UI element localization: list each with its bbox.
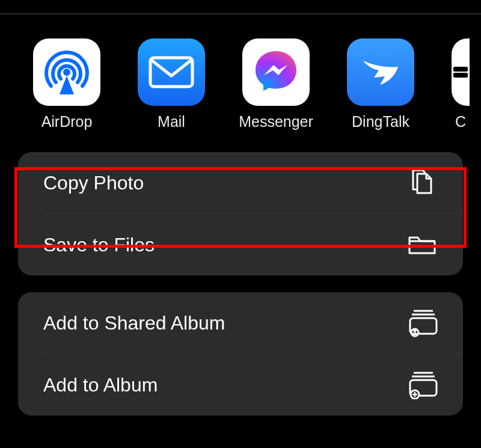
actions-group-1: Copy Photo Save to Files xyxy=(18,152,463,275)
capcut-icon xyxy=(452,54,470,90)
action-label: Copy Photo xyxy=(43,172,144,194)
dingtalk-tile xyxy=(347,38,414,106)
airdrop-icon xyxy=(41,46,93,98)
action-label: Add to Shared Album xyxy=(43,312,225,334)
svg-point-6 xyxy=(414,330,417,333)
share-app-label: C xyxy=(455,113,466,130)
airdrop-tile xyxy=(33,38,100,106)
action-save-to-files[interactable]: Save to Files xyxy=(18,214,463,275)
actions-group-2: Add to Shared Album Add to Album xyxy=(18,292,463,416)
shared-album-icon xyxy=(406,307,438,339)
share-app-mail[interactable]: Mail xyxy=(138,38,205,130)
mail-tile xyxy=(138,38,205,106)
mail-icon xyxy=(148,55,195,89)
svg-rect-2 xyxy=(453,67,468,72)
share-app-airdrop[interactable]: AirDrop xyxy=(33,38,100,130)
action-label: Save to Files xyxy=(43,234,155,256)
share-app-label: AirDrop xyxy=(41,113,93,130)
add-album-icon xyxy=(406,369,438,400)
svg-point-0 xyxy=(63,69,70,76)
dingtalk-icon xyxy=(356,48,405,97)
share-app-label: Messenger xyxy=(239,113,313,130)
action-add-shared-album[interactable]: Add to Shared Album xyxy=(18,292,463,354)
share-app-label: Mail xyxy=(158,113,185,130)
svg-rect-1 xyxy=(150,58,192,87)
share-app-messenger[interactable]: Messenger xyxy=(242,38,310,130)
action-label: Add to Album xyxy=(43,374,158,396)
action-copy-photo[interactable]: Copy Photo xyxy=(18,152,463,213)
share-app-label: DingTalk xyxy=(352,113,409,130)
share-app-dingtalk[interactable]: DingTalk xyxy=(347,38,414,130)
share-apps-row: AirDrop Mail Me xyxy=(0,14,481,130)
partial-tile xyxy=(452,38,470,106)
copy-icon xyxy=(406,167,438,198)
share-app-partial[interactable]: C xyxy=(452,38,470,130)
svg-rect-3 xyxy=(453,73,468,78)
action-add-album[interactable]: Add to Album xyxy=(18,354,463,416)
messenger-tile xyxy=(242,38,310,106)
messenger-icon xyxy=(250,46,302,98)
folder-icon xyxy=(406,229,438,260)
